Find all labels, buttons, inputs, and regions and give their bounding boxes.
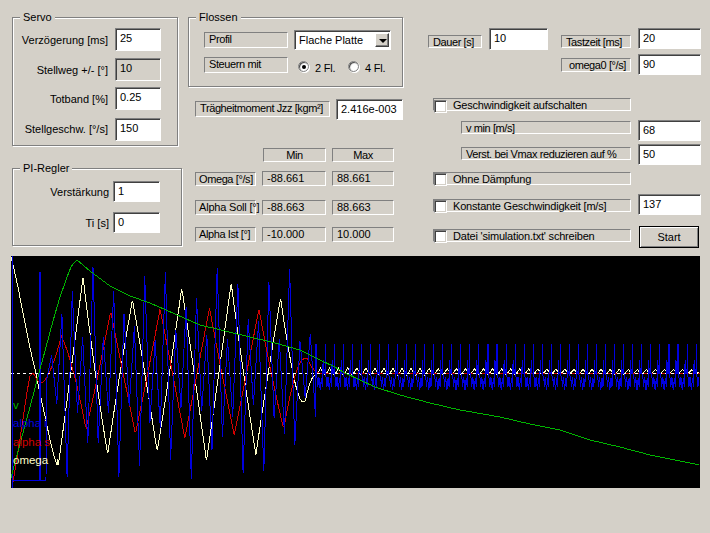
svg-text:v: v [13, 399, 19, 411]
svg-text:omega: omega [13, 454, 49, 466]
svg-text:alpha s: alpha s [13, 436, 50, 448]
svg-text:alpha i: alpha i [13, 417, 47, 429]
